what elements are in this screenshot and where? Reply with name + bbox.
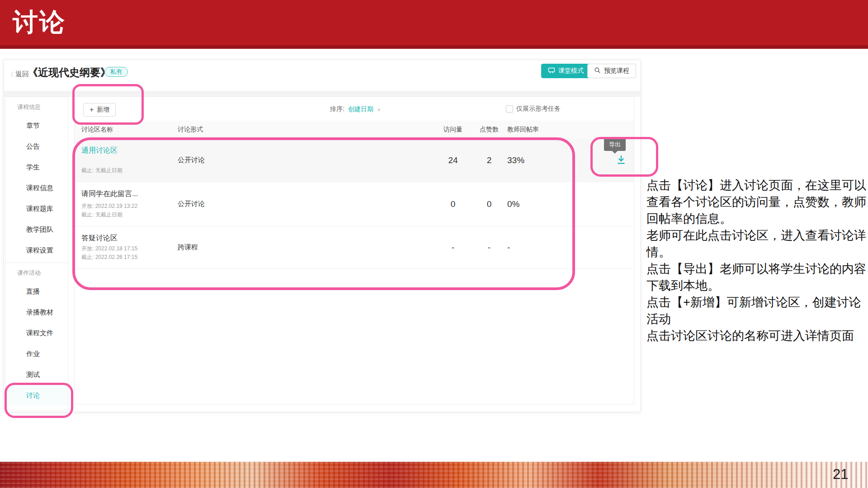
name-cell: 答疑讨论区开放: 2022.02.18 17:15截止: 2022.02.26 … bbox=[75, 226, 178, 268]
filter-label: 仅展示形考任务 bbox=[516, 105, 561, 113]
export-tooltip: 导出 bbox=[604, 138, 626, 151]
sidebar-item[interactable]: 录播教材 bbox=[5, 302, 68, 323]
reply-rate-value: 33% bbox=[507, 155, 566, 165]
sidebar: 课程信息章节公告学生课程信息课程题库教学团队课程设置课件活动直播录播教材课程文件… bbox=[5, 97, 68, 410]
table-row[interactable]: 答疑讨论区开放: 2022.02.18 17:15截止: 2022.02.26 … bbox=[75, 226, 634, 269]
page-number: 21 bbox=[833, 466, 848, 483]
sidebar-item[interactable]: 公告 bbox=[5, 136, 68, 157]
sidebar-item[interactable]: 课程信息 bbox=[5, 178, 68, 198]
column-header: 访问量 bbox=[435, 126, 471, 134]
sidebar-item[interactable]: 作业 bbox=[5, 343, 68, 364]
sidebar-item[interactable]: 课程题库 bbox=[5, 198, 68, 219]
row-meta: 开放: 2022.02.18 17:15 bbox=[81, 244, 178, 253]
page-banner: 讨论 bbox=[0, 0, 868, 49]
sort-value-dropdown[interactable]: 创建日期 bbox=[348, 105, 373, 113]
discussion-name-link[interactable]: 通用讨论区 bbox=[81, 146, 178, 155]
back-label: 返回 bbox=[15, 70, 29, 78]
filter-checkbox[interactable] bbox=[506, 105, 513, 113]
sidebar-item[interactable]: 直播 bbox=[5, 281, 68, 302]
row-meta-group: 截止: 无截止日期 bbox=[81, 166, 178, 175]
table-header: 讨论区名称讨论形式访问量点赞数教师回帖率 bbox=[75, 121, 634, 139]
toolbar: + 新增 排序: 创建日期 ∨ 仅展示形考任务 bbox=[75, 97, 634, 121]
plus-icon: + bbox=[90, 106, 94, 114]
sidebar-section-header: 课件活动 bbox=[5, 263, 68, 281]
preview-course-label: 预览课程 bbox=[604, 67, 629, 75]
sidebar-section-header: 课程信息 bbox=[5, 97, 68, 115]
visits-value: 24 bbox=[435, 155, 471, 165]
table-body: 通用讨论区截止: 无截止日期公开讨论24233%请同学在此留言...开放: 20… bbox=[75, 139, 634, 269]
sidebar-item[interactable]: 课程文件 bbox=[5, 323, 68, 343]
sidebar-item-discussion-active[interactable]: 讨论 bbox=[5, 385, 68, 406]
column-header: 点赞数 bbox=[471, 126, 507, 134]
classroom-mode-button[interactable]: 课堂模式 bbox=[541, 64, 590, 78]
row-meta-group: 开放: 2022.02.19 13:22截止: 无截止日期 bbox=[81, 202, 178, 219]
decorative-footer bbox=[0, 462, 868, 488]
table-row[interactable]: 通用讨论区截止: 无截止日期公开讨论24233% bbox=[75, 139, 634, 182]
column-header: 讨论区名称 bbox=[75, 126, 178, 134]
row-meta: 截止: 无截止日期 bbox=[81, 166, 178, 175]
annotation-line: 点击【导出】老师可以将学生讨论的内容下载到本地。 bbox=[646, 261, 868, 294]
page-title: 讨论 bbox=[13, 5, 66, 40]
annotation-text: 点击【讨论】进入讨论页面，在这里可以查看各个讨论区的访问量，点赞数，教师回帖率的… bbox=[646, 177, 868, 344]
visits-value: - bbox=[435, 243, 471, 253]
export-download-icon[interactable] bbox=[615, 154, 627, 166]
annotation-line: 点击【讨论】进入讨论页面，在这里可以查看各个讨论区的访问量，点赞数，教师回帖率的… bbox=[646, 177, 868, 227]
annotation-line: 点击讨论区讨论的名称可进入详情页面 bbox=[646, 328, 868, 344]
column-header: 教师回帖率 bbox=[507, 126, 566, 134]
likes-value: 2 bbox=[471, 155, 507, 165]
chevron-left-icon: 〈 bbox=[8, 71, 14, 78]
annotation-line: 老师可在此点击讨论区，进入查看讨论详情。 bbox=[646, 227, 868, 261]
visits-value: 0 bbox=[435, 199, 471, 209]
likes-value: 0 bbox=[471, 199, 507, 209]
sort-label: 排序: bbox=[330, 105, 344, 113]
privacy-badge: 私有 bbox=[104, 67, 128, 77]
likes-value: - bbox=[471, 243, 507, 253]
discussion-name: 请同学在此留言... bbox=[81, 189, 178, 199]
sort-control: 排序: 创建日期 ∨ bbox=[330, 105, 381, 113]
name-cell: 通用讨论区截止: 无截止日期 bbox=[75, 139, 178, 182]
back-button[interactable]: 〈返回 bbox=[8, 70, 29, 79]
reply-rate-value: - bbox=[507, 243, 566, 253]
preview-course-button[interactable]: 预览课程 bbox=[587, 64, 636, 78]
table-row[interactable]: 请同学在此留言...开放: 2022.02.19 13:22截止: 无截止日期公… bbox=[75, 182, 634, 226]
blackboard-icon bbox=[548, 67, 555, 75]
sidebar-item[interactable]: 教学团队 bbox=[5, 219, 68, 240]
classroom-mode-label: 课堂模式 bbox=[558, 67, 584, 75]
main-app-panel: 〈返回 《近现代史纲要》 © 私有 课堂模式 预览课程 课程信息章节公告学生课程… bbox=[4, 60, 641, 412]
sidebar-item[interactable]: 测试 bbox=[5, 364, 68, 385]
annotation-line: 点击【+新增】可新增讨论区，创建讨论活动 bbox=[646, 294, 868, 328]
copyright-icon: © bbox=[91, 66, 98, 77]
add-discussion-button[interactable]: + 新增 bbox=[83, 103, 116, 117]
row-meta: 开放: 2022.02.19 13:22 bbox=[81, 202, 178, 211]
reply-rate-value: 0% bbox=[507, 199, 566, 209]
row-meta: 截止: 无截止日期 bbox=[81, 211, 178, 219]
discussion-content: + 新增 排序: 创建日期 ∨ 仅展示形考任务 讨论区名称讨论形式访问量点赞数教… bbox=[74, 96, 634, 404]
row-meta: 截止: 2022.02.26 17:15 bbox=[81, 253, 178, 262]
discussion-form: 公开讨论 bbox=[178, 200, 331, 208]
filter-control: 仅展示形考任务 bbox=[506, 105, 561, 113]
search-icon bbox=[594, 67, 601, 75]
column-header: 讨论形式 bbox=[178, 126, 331, 134]
add-button-label: 新增 bbox=[97, 106, 109, 114]
screenshot-root: 讨论 〈返回 《近现代史纲要》 © 私有 课堂模式 预览课程 课程信息章节公告学… bbox=[0, 0, 868, 488]
sidebar-item[interactable]: 章节 bbox=[5, 115, 68, 136]
discussion-form: 跨课程 bbox=[178, 243, 331, 252]
discussion-name: 答疑讨论区 bbox=[81, 234, 178, 243]
sidebar-item[interactable]: 学生 bbox=[5, 157, 68, 178]
chevron-down-icon: ∨ bbox=[377, 107, 381, 113]
name-cell: 请同学在此留言...开放: 2022.02.19 13:22截止: 无截止日期 bbox=[75, 182, 178, 226]
course-title: 《近现代史纲要》 bbox=[28, 66, 111, 80]
sidebar-item[interactable]: 课程设置 bbox=[5, 240, 68, 261]
row-meta-group: 开放: 2022.02.18 17:15截止: 2022.02.26 17:15 bbox=[81, 244, 178, 262]
discussion-form: 公开讨论 bbox=[178, 156, 331, 164]
